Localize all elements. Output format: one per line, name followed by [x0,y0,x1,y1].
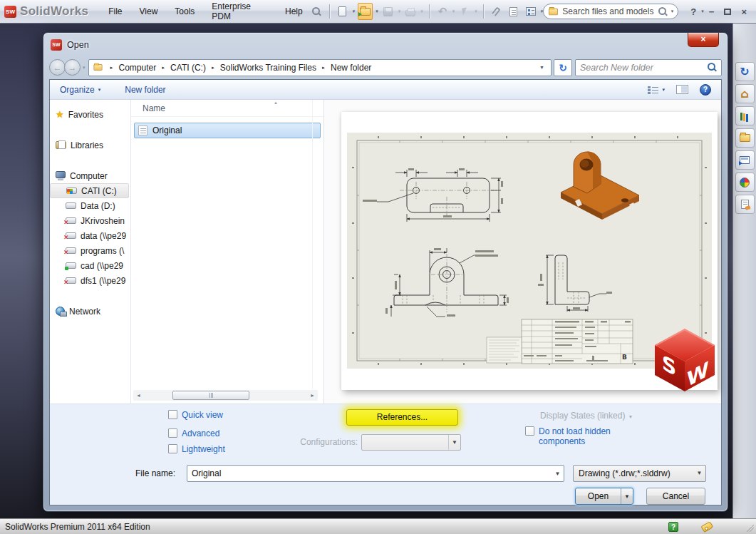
file-name-input[interactable] [192,466,548,481]
solidworks-resources-tab[interactable]: ↻ [735,62,755,81]
change-view-button[interactable]: ▾ [648,86,665,94]
disconnected-drive-icon [66,247,76,254]
breadcrumb-new-folder[interactable]: New folder [331,63,371,73]
dialog-search-box[interactable] [575,59,722,76]
history-dropdown[interactable]: ▾ [83,65,86,71]
chevron-down-icon: ▼ [693,466,705,481]
open-button-label: Open [576,488,621,504]
breadcrumb[interactable]: ► Computer ► CATI (C:) ► SolidWorks Trai… [88,59,552,76]
menu-tools[interactable]: Tools [167,4,202,19]
select-button[interactable] [457,3,472,20]
sidebar-label: dfs1 (\\pe29 [81,276,125,286]
options-button[interactable] [524,3,538,20]
dialog-search-input[interactable] [580,63,708,73]
properties-button[interactable] [507,3,521,20]
print-dropdown[interactable]: ▾ [420,9,423,14]
close-app-button[interactable]: × [741,7,747,16]
hidden-components-checkbox[interactable]: Do not load hidden components [525,426,623,446]
breadcrumb-training-files[interactable]: SolidWorks Training Files [220,63,316,73]
new-folder-button[interactable]: New folder [125,85,165,95]
print-button[interactable] [403,3,418,20]
quick-view-checkbox[interactable]: Quick view [168,410,223,420]
scroll-left-icon[interactable]: ◄ [133,393,144,398]
forward-button[interactable]: → [64,59,81,76]
breadcrumb-folder-icon [93,64,102,71]
dialog-help-button[interactable]: ? [700,84,711,96]
sidebar-item-favorites[interactable]: ★ Favorites [50,107,130,122]
resize-grip[interactable] [747,525,754,532]
file-type-dropdown[interactable]: Drawing (*.drw;*.slddrw) ▼ [573,465,706,482]
maximize-button[interactable] [724,9,731,15]
sidebar-item-network[interactable]: Network [50,304,130,319]
sidebar-label: CATI (C:) [81,186,117,196]
lightweight-checkbox[interactable]: Lightweight [168,444,225,454]
file-item-original[interactable]: Original [134,123,321,138]
open-split-dropdown[interactable]: ▼ [621,488,633,504]
preview-pane-button[interactable] [676,85,688,94]
sidebar-item-programs-share[interactable]: programs (\ [50,243,130,258]
scrollbar-thumb[interactable] [172,391,249,400]
sidebar-item-cad-share[interactable]: cad (\\pe29 [50,258,130,273]
menu-search-icon[interactable] [312,7,321,16]
dialog-search-magnifier-icon[interactable] [708,63,717,72]
sidebar-item-computer[interactable]: Computer [50,168,130,183]
references-button[interactable]: References... [346,409,458,426]
organize-button[interactable]: Organize ▾ [60,85,100,95]
new-document-dropdown[interactable]: ▾ [353,9,356,14]
search-dropdown[interactable]: ▾ [671,9,674,14]
dialog-close-button[interactable]: × [688,33,719,47]
search-magnifier-icon[interactable] [658,7,668,16]
back-button[interactable]: ← [49,59,66,76]
custom-properties-tab[interactable] [735,195,755,214]
menu-help[interactable]: Help [277,4,311,19]
dialog-solidworks-icon: SW [51,39,62,51]
undo-dropdown[interactable]: ▾ [452,9,455,14]
sidebar-item-data-share[interactable]: data (\\pe29 [50,228,130,243]
breadcrumb-dropdown[interactable]: ▼ [537,65,547,70]
select-dropdown[interactable]: ▾ [475,9,477,14]
refresh-button[interactable]: ↻ [554,59,572,76]
advanced-checkbox[interactable]: Advanced [168,428,219,438]
app-help-button[interactable]: ? [690,7,696,16]
minimize-button[interactable]: − [709,7,715,16]
sidebar-item-jkrivoshein[interactable]: JKrivoshein [50,213,130,228]
app-search-box[interactable]: ▾ [543,4,678,19]
open-button-toolbar[interactable] [358,3,373,20]
breadcrumb-cati-c[interactable]: CATI (C:) [170,63,206,73]
attach-button[interactable] [490,3,504,20]
scroll-right-icon[interactable]: ► [307,393,318,398]
name-column-header[interactable]: Name ▲ [131,100,323,117]
horizontal-scrollbar[interactable]: ◄ ► [133,390,318,401]
sidebar-item-data-d[interactable]: Data (D:) [50,198,130,213]
breadcrumb-computer[interactable]: Computer [118,63,156,73]
view-palette-tab[interactable] [735,150,755,170]
save-dropdown[interactable]: ▾ [398,9,401,14]
undo-button[interactable]: ↶ [435,3,450,20]
appearances-tab[interactable] [735,173,755,192]
status-help-icon[interactable]: ? [668,522,678,532]
app-search-input[interactable] [562,6,654,16]
status-bar: SolidWorks Premium 2011 x64 Edition ? [0,518,756,534]
menu-view[interactable]: View [132,4,166,19]
chevron-down-icon[interactable]: ▼ [552,466,564,481]
save-button[interactable] [381,3,395,20]
configurations-dropdown[interactable]: ▼ [361,434,461,451]
sidebar-item-dfs1-share[interactable]: dfs1 (\\pe29 [50,273,130,288]
open-button[interactable]: Open ▼ [575,488,633,505]
display-states-dropdown[interactable]: Display States (linked)▼ [540,411,633,421]
file-name-combobox[interactable]: ▼ [187,465,564,482]
file-explorer-tab[interactable] [735,128,755,148]
home-tab[interactable]: ⌂ [735,84,755,103]
sidebar-item-libraries[interactable]: Libraries [50,138,130,153]
cancel-button[interactable]: Cancel [646,488,705,505]
design-library-tab[interactable] [735,106,755,125]
view-palette-icon [740,156,750,164]
menu-enterprise-pdm[interactable]: Enterprise PDM [204,0,276,24]
menu-file[interactable]: File [100,4,130,19]
sidebar-item-cati-c[interactable]: CATI (C:) [50,183,129,198]
tag-icon[interactable] [701,520,714,532]
app-help-dropdown[interactable]: ▾ [701,9,704,14]
open-dropdown[interactable]: ▾ [376,9,378,14]
new-document-button[interactable] [336,3,350,20]
dialog-titlebar[interactable]: SW Open [43,33,727,56]
